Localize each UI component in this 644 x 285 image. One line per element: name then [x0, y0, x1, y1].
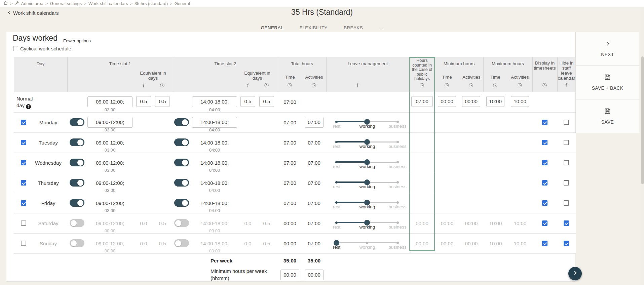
slot2-equivalent-activities-input[interactable]: 0.5 — [259, 96, 274, 107]
toggle-knob — [77, 180, 83, 186]
slot2-toggle[interactable] — [174, 138, 189, 146]
slot2-toggle[interactable] — [174, 199, 189, 207]
display-in-timesheets-checkbox[interactable] — [542, 200, 547, 206]
save-back-button[interactable]: SAVE + BACK — [576, 65, 639, 99]
tab-general[interactable]: GENERAL — [261, 25, 283, 32]
display-in-timesheets-checkbox[interactable] — [542, 140, 547, 145]
breadcrumb-item[interactable]: Work shift calendars — [88, 1, 128, 6]
help-icon[interactable]: ? — [26, 104, 31, 109]
sub-header-equivalent-in-days: Equivalent in days — [136, 71, 170, 81]
slider-label-working: working — [357, 184, 377, 189]
tab-[interactable]: ... — [379, 25, 383, 32]
day-checkbox[interactable] — [21, 140, 26, 145]
display-in-timesheets-checkbox[interactable] — [542, 120, 547, 125]
display-in-timesheets-checkbox[interactable] — [542, 220, 547, 226]
next-button[interactable]: NEXT — [576, 32, 639, 65]
leave-management-slider[interactable]: restworkingbusiness — [326, 113, 409, 132]
sub-header-time: Time — [435, 75, 459, 80]
palm-tree-icon — [564, 83, 569, 88]
slot1-time-input[interactable]: 09:00-12:00; — [87, 96, 132, 107]
leave-management-slider[interactable]: restworkingbusiness — [326, 133, 409, 153]
max-hours-time-input[interactable]: 10:00 — [486, 96, 504, 107]
slot1-toggle[interactable] — [70, 118, 84, 126]
slot1-toggle[interactable] — [70, 159, 84, 166]
breadcrumb[interactable]: >Admin area>General settings>Work shift … — [0, 0, 644, 7]
save-button[interactable]: SAVE — [576, 99, 639, 133]
total-hours-activities: 07:00 — [302, 140, 326, 146]
leave-management-slider[interactable]: restworkingbusiness — [326, 213, 409, 233]
slot1-time-input[interactable]: 09:00-12:00; — [87, 117, 132, 128]
leave-management-slider[interactable]: restworkingbusiness — [326, 153, 409, 173]
slot1-equivalent-input[interactable]: 0.5 — [136, 96, 151, 107]
action-panel: NEXT SAVE + BACK SAVE — [575, 32, 639, 133]
page-title: 35 Hrs (Standard) — [0, 8, 644, 17]
hide-in-staff-leave-calendar-checkbox[interactable] — [564, 180, 569, 186]
breadcrumb-item[interactable]: 35 hrs (standard) — [135, 1, 168, 6]
scrollbar-thumb[interactable] — [641, 56, 644, 184]
col-header-time-slot-1: Time slot 1 — [67, 61, 173, 66]
min-hours-time-input[interactable]: 00:00 — [438, 96, 456, 107]
tab-flexibility[interactable]: FLEXIBILITY — [300, 25, 328, 32]
slider-track — [367, 182, 398, 183]
table-row-thursday: Thursday09:00-12:00;03:0014:00-18:00;04:… — [14, 173, 576, 193]
public-holiday-hours: 00:00 — [409, 241, 435, 246]
sub-header-activities: Activities — [302, 75, 326, 80]
slot1-toggle[interactable] — [70, 199, 84, 207]
leave-management-slider[interactable]: restworkingbusiness — [326, 193, 409, 213]
leave-management-slider[interactable]: restworkingbusiness — [326, 173, 409, 193]
day-checkbox[interactable] — [21, 120, 26, 125]
slot2-toggle[interactable] — [174, 219, 189, 227]
hide-in-staff-leave-calendar-checkbox[interactable] — [564, 200, 569, 206]
slot2-toggle[interactable] — [174, 179, 189, 187]
day-checkbox[interactable] — [21, 180, 26, 186]
day-checkbox[interactable] — [21, 200, 26, 206]
slider-label-business: business — [386, 184, 409, 189]
slot1-toggle[interactable] — [70, 179, 84, 187]
breadcrumb-item[interactable]: Admin area — [21, 1, 43, 6]
hide-in-staff-leave-calendar-checkbox[interactable] — [564, 120, 569, 125]
slot2-caption: 04:00 — [192, 208, 237, 213]
slot2-equivalent-input[interactable]: 0.5 — [240, 96, 255, 107]
hide-in-staff-leave-calendar-checkbox[interactable] — [564, 220, 569, 226]
total-hours-time: 07:00 — [278, 140, 302, 146]
slot1-time: 09:00-12:00; — [87, 220, 132, 226]
slot2-toggle[interactable] — [174, 239, 189, 247]
next-fab[interactable] — [568, 267, 582, 280]
hide-in-staff-leave-calendar-checkbox[interactable] — [564, 140, 569, 145]
min-hours-activities-input[interactable]: 00:00 — [462, 96, 480, 107]
total-hours-activities-input[interactable]: 07:00 — [305, 117, 324, 128]
display-in-timesheets-checkbox[interactable] — [542, 241, 547, 246]
min-week-activities-input[interactable]: 00:00 — [305, 270, 324, 280]
display-in-timesheets-checkbox[interactable] — [542, 160, 547, 165]
slot1-toggle[interactable] — [70, 138, 84, 146]
display-in-timesheets-checkbox[interactable] — [542, 180, 547, 186]
slider-label-rest: rest — [329, 225, 344, 230]
hide-in-staff-leave-calendar-checkbox[interactable] — [564, 160, 569, 165]
cyclical-checkbox[interactable] — [13, 46, 18, 51]
slot1-toggle[interactable] — [70, 239, 84, 247]
breadcrumb-item[interactable]: General settings — [50, 1, 82, 6]
day-checkbox[interactable] — [21, 241, 26, 246]
tab-breaks[interactable]: BREAKS — [344, 25, 363, 32]
day-checkbox[interactable] — [21, 220, 26, 226]
slot2-toggle[interactable] — [174, 159, 189, 166]
slot1-toggle[interactable] — [70, 219, 84, 227]
hide-in-staff-leave-calendar-checkbox[interactable] — [564, 241, 569, 246]
slot2-time-input[interactable]: 14:00-18:00; — [192, 117, 237, 128]
max-hours-activities-input[interactable]: 10:00 — [511, 96, 529, 107]
slot1-equivalent-activities-input[interactable]: 0.5 — [155, 96, 170, 107]
day-checkbox[interactable] — [21, 160, 26, 165]
leave-management-slider[interactable]: restworkingbusiness — [326, 234, 409, 253]
chevron-right-icon — [572, 270, 578, 278]
slot2-toggle[interactable] — [174, 118, 189, 126]
min-hours-per-week-label: Minimum hours per week (hh:mm) — [211, 268, 278, 282]
slot2-time-input[interactable]: 14:00-18:00; — [192, 96, 237, 107]
fewer-options-link[interactable]: Fewer options — [63, 38, 91, 43]
toggle-knob — [182, 200, 188, 206]
breadcrumb-item[interactable]: General — [175, 1, 190, 6]
slot1-equivalent-activities: 0.5 — [154, 241, 171, 246]
public-holiday-hours-input[interactable]: 07:00 — [411, 96, 433, 107]
slot1-caption: 03:00 — [87, 107, 132, 112]
col-header-total-hours: Total hours — [278, 61, 326, 66]
min-week-time-input[interactable]: 00:00 — [280, 270, 299, 280]
